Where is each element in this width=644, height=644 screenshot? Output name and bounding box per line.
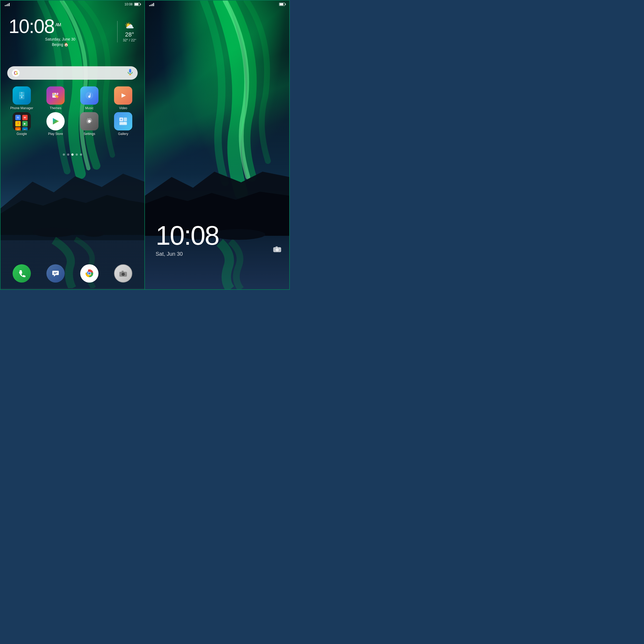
camera-icon [114, 264, 132, 283]
search-mic-icon[interactable] [127, 69, 133, 77]
video-label: Video [119, 106, 127, 110]
svg-rect-29 [54, 273, 56, 274]
status-left-right [149, 2, 154, 6]
weather-widget: ⛅ 28° 32° / 22° [123, 21, 136, 42]
dot-4 [76, 153, 78, 156]
app-gallery[interactable]: Gallery [107, 112, 139, 136]
svg-point-51 [277, 249, 278, 251]
right-clock: 10:08 Sat, Jun 30 [156, 222, 219, 257]
svg-rect-15 [56, 93, 58, 95]
clock-time: 10:08AM [9, 17, 112, 36]
app-themes[interactable]: Themes [40, 86, 71, 110]
themes-icon [46, 86, 65, 105]
app-music[interactable]: Music [74, 86, 105, 110]
battery-icon [134, 3, 140, 6]
svg-rect-13 [53, 94, 56, 95]
settings-icon [80, 112, 98, 130]
svg-point-26 [120, 119, 122, 120]
svg-point-41 [123, 274, 124, 275]
dock [6, 264, 139, 283]
svg-rect-12 [53, 93, 55, 94]
svg-point-43 [126, 273, 126, 273]
dot-3 [71, 153, 74, 156]
right-clock-date: Sat, Jun 30 [156, 251, 219, 257]
play-store-icon [46, 112, 65, 130]
dock-chrome[interactable] [74, 264, 105, 283]
svg-point-53 [279, 248, 280, 249]
battery-fill [135, 3, 138, 5]
app-google[interactable]: G M 📍 ▶ YT 📷 📰 ☁ Google [6, 112, 38, 136]
phone-manager-icon [13, 86, 31, 105]
location-icon: 🏠 [64, 42, 68, 47]
clock-widget: 10:08AM Saturday, June 30 Beijing 🏠 ⛅ 28… [9, 17, 136, 47]
clock-divider [117, 21, 118, 42]
google-label: Google [17, 132, 27, 136]
phone-icon [13, 264, 31, 283]
clock-left: 10:08AM Saturday, June 30 Beijing 🏠 [9, 17, 112, 47]
themes-label: Themes [50, 106, 61, 110]
svg-rect-5 [129, 69, 131, 73]
dock-camera[interactable] [107, 264, 139, 283]
battery-icon-right [279, 3, 285, 6]
play-store-label: Play Store [48, 132, 63, 136]
svg-point-37 [88, 272, 91, 275]
svg-point-9 [21, 97, 22, 98]
status-bar-right [145, 1, 289, 8]
svg-rect-10 [21, 92, 23, 93]
gallery-label: Gallery [118, 132, 128, 136]
phone-manager-label: Phone Manager [10, 106, 33, 110]
weather-range: 32° / 22° [123, 38, 136, 42]
gallery-icon [114, 112, 132, 130]
status-bar-left: 10:08 [1, 1, 144, 8]
app-video[interactable]: Video [107, 86, 139, 110]
main-container: 10:08 10:08AM Saturday, June 30 Beijing … [0, 0, 290, 290]
clock-date: Saturday, June 30 [9, 37, 112, 41]
right-camera-icon[interactable] [273, 246, 281, 254]
right-clock-time: 10:08 [156, 222, 219, 249]
battery-fill-right [280, 3, 283, 5]
phone-left: 10:08 10:08AM Saturday, June 30 Beijing … [0, 0, 145, 290]
svg-rect-14 [53, 95, 55, 96]
search-bar[interactable]: G [7, 66, 138, 80]
svg-rect-42 [122, 271, 124, 272]
svg-rect-24 [124, 118, 127, 121]
status-time: 10:08 [125, 2, 133, 6]
app-grid: Phone Manager Themes [6, 86, 139, 136]
svg-rect-52 [276, 246, 278, 248]
chrome-icon [80, 264, 98, 283]
app-play-store[interactable]: Play Store [40, 112, 71, 136]
signal-icon [5, 2, 10, 6]
dock-phone[interactable] [6, 264, 38, 283]
status-right: 10:08 [125, 2, 140, 6]
google-icon: G M 📍 ▶ YT 📷 📰 ☁ [13, 112, 31, 130]
dot-1 [63, 153, 65, 156]
svg-rect-28 [54, 272, 57, 273]
messages-icon [46, 264, 65, 283]
video-icon [114, 86, 132, 105]
app-settings[interactable]: Settings [74, 112, 105, 136]
svg-marker-17 [122, 93, 126, 98]
music-label: Music [85, 106, 93, 110]
weather-icon: ⛅ [125, 21, 134, 30]
app-phone-manager[interactable]: Phone Manager [6, 86, 38, 110]
svg-point-22 [89, 121, 90, 122]
status-right-right [279, 3, 285, 6]
google-g-logo: G [12, 69, 20, 77]
page-dots [1, 153, 144, 156]
phone-right: 10:08 Sat, Jun 30 [145, 0, 290, 290]
music-icon [80, 86, 98, 105]
weather-temp: 28° [125, 31, 134, 38]
dot-5 [80, 153, 82, 156]
dock-messages[interactable] [40, 264, 71, 283]
clock-location: Beijing 🏠 [9, 42, 112, 47]
dot-2 [67, 153, 69, 156]
signal-icon-right [149, 2, 154, 6]
status-left [5, 2, 10, 6]
settings-label: Settings [83, 132, 95, 136]
